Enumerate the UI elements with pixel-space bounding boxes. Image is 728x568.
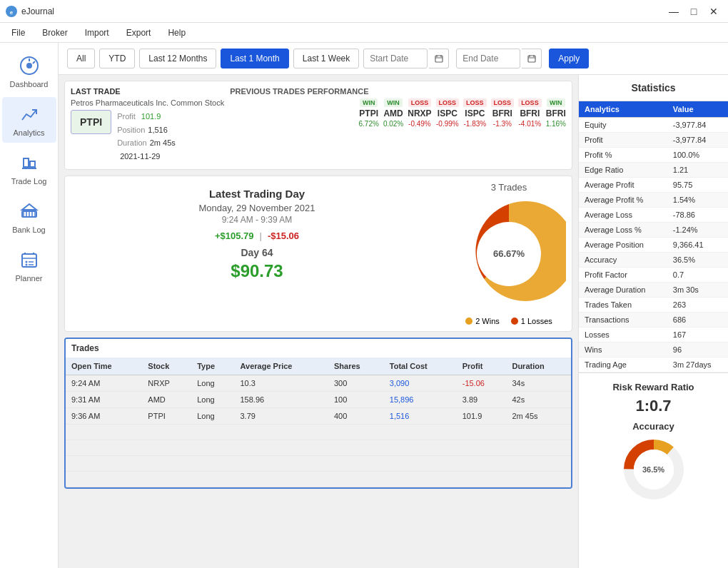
trade-info: PTPI Profit101.9 Position1,516 Duration2…	[71, 110, 224, 163]
stat-value-avg-profit-pct: 1.54%	[667, 193, 728, 208]
stat-value-avg-profit: 95.75	[667, 178, 728, 193]
trades-section-title: Trades	[66, 339, 571, 357]
sidebar-item-analytics[interactable]: Analytics	[2, 97, 56, 143]
result-badge-7: WIN	[547, 98, 565, 107]
svg-line-5	[33, 61, 35, 64]
stat-value-trading-age: 3m 27days	[667, 357, 728, 372]
svg-rect-6	[24, 158, 29, 167]
cell-stock: AMD	[142, 391, 191, 407]
prev-ticker-7: BFRI	[546, 108, 566, 118]
stat-row-accuracy: Accuracy 36.5%	[579, 253, 728, 268]
last-trade-section: LAST TRADE Petros Pharmaceuticals Inc. C…	[71, 87, 224, 163]
cell-type: Long	[191, 407, 234, 424]
menu-export[interactable]: Export	[123, 26, 154, 39]
prev-trade-3: LOSS ISPC -0.99%	[436, 98, 460, 128]
close-button[interactable]: ✕	[705, 3, 722, 20]
stat-value-profit: -3,977.84	[667, 133, 728, 148]
stat-label-equity: Equity	[579, 118, 667, 133]
trade-date: 2021-11-29	[120, 152, 160, 161]
title-bar: e eJournal — □ ✕	[0, 0, 728, 23]
sidebar-item-trade-log[interactable]: Trade Log	[2, 146, 56, 191]
day-number: Day 64	[76, 247, 438, 258]
result-badge-3: LOSS	[436, 98, 460, 107]
stat-label-avg-profit-pct: Average Profit %	[579, 193, 667, 208]
prev-pct-6: -4.01%	[519, 120, 542, 128]
table-row: 9:31 AM AMD Long 158.96 100 15,896 3.89 …	[66, 391, 571, 407]
col-total-cost: Total Cost	[384, 357, 457, 375]
risk-reward-title: Risk Reward Ratio	[585, 382, 722, 392]
prev-trade-2: LOSS NRXP -0.49%	[408, 98, 431, 128]
end-date-input[interactable]	[456, 49, 520, 69]
stat-label-trades-taken: Trades Taken	[579, 298, 667, 313]
stat-value-edge-ratio: 1.21	[667, 163, 728, 178]
btn-last-1-month[interactable]: Last 1 Month	[221, 49, 288, 69]
maximize-button[interactable]: □	[685, 3, 702, 20]
stat-row-losses: Losses 167	[579, 328, 728, 343]
menu-file[interactable]: File	[9, 26, 28, 39]
stat-row-transactions: Transactions 686	[579, 313, 728, 328]
day-separator: |	[260, 230, 262, 241]
btn-ytd[interactable]: YTD	[99, 49, 135, 69]
prev-ticker-2: NRXP	[408, 108, 431, 118]
table-row-empty-3	[66, 455, 571, 471]
accuracy-donut: 36.5%	[622, 437, 686, 502]
sidebar: Dashboard Analytics Trade Log	[0, 43, 59, 568]
app-icon: e	[6, 6, 17, 17]
stat-value-avg-loss-pct: -1.24%	[667, 223, 728, 238]
profit-label: Profit	[117, 112, 136, 121]
donut-title: 3 Trades	[491, 182, 527, 193]
cell-avg-price: 3.79	[235, 407, 328, 424]
result-badge-4: LOSS	[463, 98, 487, 107]
sidebar-item-bank-log[interactable]: Bank Log	[2, 194, 56, 240]
col-duration: Duration	[506, 357, 571, 375]
start-date-calendar-button[interactable]	[429, 49, 449, 69]
stat-row-trading-age: Trading Age 3m 27days	[579, 357, 728, 372]
content-body: LAST TRADE Petros Pharmaceuticals Inc. C…	[59, 75, 728, 568]
menu-help[interactable]: Help	[165, 26, 188, 39]
prev-ticker-3: ISPC	[438, 108, 457, 118]
minimize-button[interactable]: —	[665, 3, 682, 20]
stat-label-transactions: Transactions	[579, 313, 667, 328]
menu-import[interactable]: Import	[82, 26, 112, 39]
result-badge-2: LOSS	[408, 98, 432, 107]
stat-label-accuracy: Accuracy	[579, 253, 667, 268]
stat-label-profit: Profit	[579, 133, 667, 148]
prev-pct-0: 6.72%	[359, 120, 379, 128]
stat-label-profit-pct: Profit %	[579, 148, 667, 163]
sidebar-label-planner: Planner	[16, 274, 43, 283]
sidebar-item-dashboard[interactable]: Dashboard	[2, 49, 56, 94]
duration-value: 2m 45s	[150, 138, 176, 147]
stat-label-avg-profit: Average Profit	[579, 178, 667, 193]
planner-icon	[18, 248, 41, 271]
apply-button[interactable]: Apply	[549, 49, 589, 69]
cell-shares: 100	[328, 391, 384, 407]
stat-label-avg-duration: Average Duration	[579, 283, 667, 298]
result-badge-6: LOSS	[518, 98, 542, 107]
bank-log-icon	[18, 200, 41, 223]
start-date-input[interactable]	[363, 49, 428, 69]
day-info: Latest Trading Day Monday, 29 November 2…	[71, 182, 443, 287]
prev-pct-7: 1.16%	[546, 120, 566, 128]
col-stock: Stock	[142, 357, 191, 375]
trades-table: Open Time Stock Type Average Price Share…	[66, 357, 571, 487]
position-value: 1,516	[148, 126, 168, 134]
ticker-badge: PTPI	[71, 110, 111, 134]
sidebar-item-planner[interactable]: Planner	[2, 243, 56, 288]
stat-row-profit-pct: Profit % 100.0%	[579, 148, 728, 163]
table-row-empty-4	[66, 471, 571, 487]
prev-ticker-5: BFRI	[492, 108, 512, 118]
stat-value-wins: 96	[667, 343, 728, 357]
legend-wins: 2 Wins	[465, 317, 500, 325]
prev-trade-4: LOSS ISPC -1.83%	[463, 98, 487, 128]
btn-last-12-months[interactable]: Last 12 Months	[139, 49, 216, 69]
prev-trades-header: PREVIOUS TRADES PERFORMANCE	[230, 87, 566, 96]
menu-broker[interactable]: Broker	[39, 26, 70, 39]
svg-marker-15	[22, 204, 36, 210]
end-date-calendar-button[interactable]	[522, 49, 542, 69]
cell-total-cost: 3,090	[384, 375, 457, 391]
left-panel: LAST TRADE Petros Pharmaceuticals Inc. C…	[59, 75, 578, 568]
btn-last-1-week[interactable]: Last 1 Week	[293, 49, 359, 69]
btn-all[interactable]: All	[67, 49, 95, 69]
col-type: Type	[191, 357, 234, 375]
prev-trade-7: WIN BFRI 1.16%	[546, 98, 566, 128]
